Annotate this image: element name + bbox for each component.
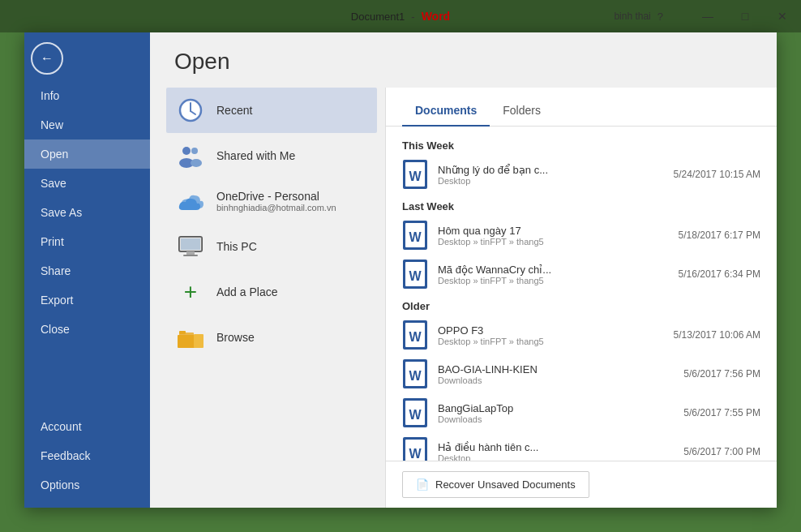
- svg-point-6: [191, 159, 202, 167]
- location-shared-text: Shared with Me: [216, 149, 295, 162]
- sidebar-item-info[interactable]: Info: [24, 81, 150, 110]
- location-recent-text: Recent: [216, 104, 252, 117]
- sidebar-label-new: New: [41, 118, 63, 131]
- sidebar-item-save[interactable]: Save: [24, 169, 150, 198]
- app-window: ← Info New Open Save Save As: [24, 32, 777, 508]
- location-addplace[interactable]: + Add a Place: [166, 269, 377, 315]
- location-thispc-name: This PC: [216, 240, 257, 253]
- sidebar-item-save-as[interactable]: Save As: [24, 198, 150, 227]
- sidebar-bottom: Account Feedback Options: [24, 412, 150, 508]
- title-bar-center: Document1 - Word: [351, 10, 450, 23]
- sidebar-item-print[interactable]: Print: [24, 227, 150, 256]
- file-path: Desktop » tinFPT » thang5: [438, 337, 664, 346]
- file-date: 5/6/2017 7:55 PM: [683, 407, 760, 418]
- sidebar-item-open[interactable]: Open: [24, 139, 150, 169]
- svg-rect-9: [186, 251, 195, 255]
- sidebar-spacer: [24, 344, 150, 412]
- svg-rect-11: [181, 238, 200, 250]
- location-browse[interactable]: Browse: [166, 315, 377, 360]
- sidebar-item-feedback[interactable]: Feedback: [24, 441, 150, 470]
- close-button[interactable]: ✕: [764, 0, 801, 32]
- file-item[interactable]: W Hả điều hành tiên c... Desktop 5/6/201…: [386, 432, 777, 461]
- title-bar-app: Word: [422, 10, 451, 23]
- sidebar-item-account[interactable]: Account: [24, 412, 150, 441]
- word-doc-icon: W: [402, 221, 428, 250]
- location-onedrive[interactable]: OneDrive - Personal binhnghiadia@hotmail…: [166, 178, 377, 224]
- tab-documents[interactable]: Documents: [402, 97, 490, 127]
- file-info: OPPO F3 Desktop » tinFPT » thang5: [438, 324, 664, 346]
- content-area: ← Info New Open Save Save As: [24, 32, 777, 508]
- svg-text:W: W: [409, 408, 422, 422]
- main-panel: Open Recent: [150, 32, 777, 508]
- recover-label: Recover Unsaved Documents: [435, 478, 576, 491]
- file-item[interactable]: W Mã độc WannaCry chỉ... Desktop » tinFP…: [386, 255, 777, 294]
- file-item[interactable]: W BAO-GIA-LINH-KIEN Downloads 5/6/2017 7…: [386, 354, 777, 393]
- sidebar-item-share[interactable]: Share: [24, 256, 150, 285]
- file-date: 5/6/2017 7:00 PM: [683, 446, 760, 457]
- add-icon: +: [176, 277, 205, 307]
- file-info: BAO-GIA-LINH-KIEN Downloads: [438, 363, 674, 385]
- svg-rect-10: [183, 255, 198, 256]
- recover-button[interactable]: 📄 Recover Unsaved Documents: [402, 471, 589, 498]
- maximize-button[interactable]: □: [726, 0, 764, 32]
- location-browse-text: Browse: [216, 331, 255, 344]
- section-last-week: Last Week: [386, 194, 777, 216]
- svg-rect-15: [179, 331, 186, 334]
- file-item[interactable]: W BangGiaLapTop Downloads 5/6/2017 7:55 …: [386, 393, 777, 432]
- file-date: 5/13/2017 10:06 AM: [674, 329, 760, 341]
- location-thispc[interactable]: This PC: [166, 224, 377, 269]
- svg-text:W: W: [409, 269, 422, 283]
- sidebar-item-options[interactable]: Options: [24, 470, 150, 500]
- file-item[interactable]: W Hôm qua ngày 17 Desktop » tinFPT » tha…: [386, 216, 777, 255]
- location-shared[interactable]: Shared with Me: [166, 133, 377, 178]
- file-path: Desktop » tinFPT » thang5: [438, 276, 669, 285]
- recover-icon: 📄: [416, 478, 429, 491]
- file-item[interactable]: W OPPO F3 Desktop » tinFPT » thang5 5/13…: [386, 315, 777, 354]
- files-tabs: Documents Folders: [386, 88, 777, 127]
- word-doc-icon: W: [402, 398, 428, 427]
- tab-folders[interactable]: Folders: [490, 97, 554, 127]
- sidebar-item-close[interactable]: Close: [24, 315, 150, 344]
- open-body: Recent: [150, 88, 777, 508]
- sidebar-label-open: Open: [41, 148, 68, 161]
- file-date: 5/18/2017 6:17 PM: [679, 230, 760, 241]
- location-recent-name: Recent: [216, 104, 252, 117]
- location-recent[interactable]: Recent: [166, 88, 377, 133]
- back-icon: ←: [41, 51, 54, 66]
- help-label: ?: [658, 11, 663, 23]
- file-date: 5/16/2017 6:34 PM: [679, 268, 760, 280]
- onedrive-icon: [176, 187, 205, 216]
- file-path: Desktop: [438, 176, 664, 186]
- sidebar-label-export: Export: [41, 294, 73, 307]
- title-bar-separator: -: [411, 11, 414, 23]
- browse-icon: [176, 323, 205, 352]
- file-date: 5/24/2017 10:15 AM: [674, 169, 760, 180]
- sidebar-item-new[interactable]: New: [24, 110, 150, 139]
- open-title: Open: [150, 32, 777, 88]
- sidebar-label-save-as: Save As: [41, 206, 82, 219]
- minimize-button[interactable]: —: [689, 0, 726, 32]
- people-icon: [176, 141, 205, 170]
- sidebar: ← Info New Open Save Save As: [24, 32, 150, 508]
- location-onedrive-text: OneDrive - Personal binhnghiadia@hotmail…: [216, 190, 336, 212]
- sidebar-item-export[interactable]: Export: [24, 285, 150, 315]
- file-path: Desktop: [438, 453, 674, 461]
- file-path: Downloads: [438, 414, 674, 424]
- svg-point-3: [182, 147, 191, 155]
- file-name: BAO-GIA-LINH-KIEN: [438, 363, 674, 375]
- back-button[interactable]: ←: [31, 42, 63, 75]
- files-list[interactable]: This Week W Những lý do để bạn c...: [386, 127, 777, 461]
- file-info: Hôm qua ngày 17 Desktop » tinFPT » thang…: [438, 225, 669, 247]
- file-item[interactable]: W Những lý do để bạn c... Desktop 5/24/2…: [386, 155, 777, 194]
- svg-point-4: [191, 148, 198, 154]
- file-name: BangGiaLapTop: [438, 402, 674, 414]
- svg-text:W: W: [409, 330, 422, 344]
- file-info: Hả điều hành tiên c... Desktop: [438, 441, 674, 461]
- sidebar-label-share: Share: [41, 264, 71, 277]
- sidebar-label-save: Save: [41, 177, 66, 190]
- sidebar-label-feedback: Feedback: [41, 449, 90, 462]
- location-addplace-name: Add a Place: [216, 285, 278, 298]
- word-doc-icon: W: [402, 437, 428, 461]
- clock-icon: [176, 96, 205, 125]
- pc-icon: [176, 232, 205, 261]
